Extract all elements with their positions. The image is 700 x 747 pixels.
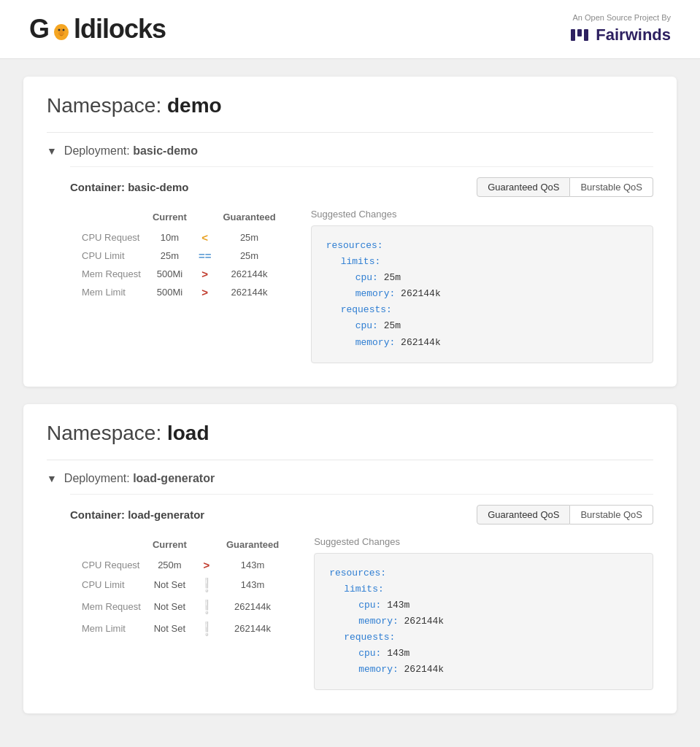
- table-row: Mem Limit Not Set ❕ 262144k: [82, 618, 291, 640]
- table-row: CPU Request 10m < 25m: [82, 228, 288, 247]
- guaranteed-qos-button-load[interactable]: Guaranteed QoS: [477, 505, 570, 525]
- guaranteed-value: 262144k: [226, 596, 291, 618]
- guaranteed-value: 262144k: [223, 265, 287, 283]
- guaranteed-value: 25m: [223, 247, 287, 265]
- svg-rect-7: [577, 29, 582, 36]
- resource-label: CPU Limit: [82, 574, 153, 596]
- namespace-card-load: Namespace: load ▼ Deployment: load-gener…: [23, 404, 677, 714]
- resources-table-load: Current Guaranteed CPU Request 250m >: [82, 536, 291, 691]
- current-value: 250m: [153, 556, 199, 574]
- logo-icon: [50, 19, 73, 42]
- resource-label: CPU Request: [82, 556, 153, 574]
- container-name-load: Container: load-generator: [70, 508, 204, 521]
- col-header-guaranteed: Guaranteed: [226, 536, 291, 556]
- table-row: CPU Limit 25m == 25m: [82, 247, 288, 265]
- svg-rect-8: [584, 29, 588, 41]
- svg-point-3: [58, 29, 61, 31]
- collapse-arrow-icon[interactable]: ▼: [47, 473, 57, 484]
- indicator-icon: <: [199, 228, 223, 247]
- indicator-icon: ==: [199, 247, 223, 265]
- indicator-icon: >: [199, 265, 223, 283]
- current-value: Not Set: [153, 596, 199, 618]
- suggested-changes-load: Suggested Changes resources: limits: cpu…: [314, 536, 653, 691]
- col-header-current: Current: [153, 536, 199, 556]
- deployment-header: ▼ Deployment: basic-demo: [47, 144, 653, 158]
- indicator-icon: ❕: [199, 596, 226, 618]
- logo-text-after: ldilocks: [74, 14, 166, 44]
- collapse-arrow-icon[interactable]: ▼: [47, 145, 57, 157]
- table-row: Mem Limit 500Mi > 262144k: [82, 283, 288, 301]
- guaranteed-value: 262144k: [226, 618, 291, 640]
- table-row: CPU Limit Not Set ❕ 143m: [82, 574, 291, 596]
- current-value: 500Mi: [153, 283, 199, 301]
- deployment-name: load-generator: [133, 472, 215, 484]
- suggested-label: Suggested Changes: [311, 209, 653, 220]
- current-value: 500Mi: [153, 265, 199, 283]
- fairwinds-brand: An Open Source Project By Fairwinds: [569, 13, 671, 45]
- resources-table-demo: Current Guaranteed CPU Request 10m <: [82, 209, 288, 363]
- fairwinds-icon: [569, 25, 590, 45]
- current-value: 10m: [153, 228, 199, 247]
- brand-name: Fairwinds: [596, 26, 671, 44]
- fairwinds-logo: Fairwinds: [569, 25, 671, 45]
- svg-point-5: [58, 32, 64, 36]
- burstable-qos-button[interactable]: Burstable QoS: [570, 177, 653, 197]
- current-value: 25m: [153, 247, 199, 265]
- qos-button-group-load: Guaranteed QoS Burstable QoS: [477, 505, 653, 525]
- guaranteed-value: 143m: [226, 574, 291, 596]
- code-box-load: resources: limits: cpu: 143m memory: 262…: [314, 553, 653, 691]
- col-header-indicator: [199, 536, 226, 556]
- deployment-header-load: ▼ Deployment: load-generator: [47, 472, 653, 485]
- resource-label: Mem Limit: [82, 283, 153, 301]
- resource-label: CPU Limit: [82, 247, 153, 265]
- indicator-icon: >: [199, 556, 226, 574]
- current-value: Not Set: [153, 574, 199, 596]
- suggested-label-load: Suggested Changes: [314, 536, 653, 547]
- indicator-icon: >: [199, 283, 223, 301]
- guaranteed-value: 143m: [226, 556, 291, 574]
- main-content: Namespace: demo ▼ Deployment: basic-demo…: [0, 59, 700, 747]
- burstable-qos-button-load[interactable]: Burstable QoS: [570, 505, 653, 525]
- qos-button-group: Guaranteed QoS Burstable QoS: [477, 177, 653, 197]
- col-header-current: Current: [153, 209, 199, 228]
- deployment-section-load-generator: ▼ Deployment: load-generator Container: …: [47, 460, 653, 691]
- brand-tagline: An Open Source Project By: [569, 13, 671, 22]
- resource-label: Mem Request: [82, 596, 153, 618]
- col-header-resource: [82, 209, 153, 228]
- container-name: Container: basic-demo: [70, 181, 189, 193]
- col-header-guaranteed: Guaranteed: [223, 209, 287, 228]
- guaranteed-qos-button[interactable]: Guaranteed QoS: [477, 177, 570, 197]
- deployment-name: basic-demo: [133, 144, 198, 157]
- resource-label: CPU Request: [82, 228, 153, 247]
- table-row: Mem Request 500Mi > 262144k: [82, 265, 288, 283]
- table-row: CPU Request 250m > 143m: [82, 556, 291, 574]
- container-section-basic-demo: Container: basic-demo Guaranteed QoS Bur…: [70, 166, 653, 363]
- deployment-label: Deployment: load-generator: [64, 472, 215, 485]
- logo: G ldilocks: [29, 14, 166, 44]
- indicator-icon: ❕: [199, 574, 226, 596]
- namespace-card-demo: Namespace: demo ▼ Deployment: basic-demo…: [23, 77, 677, 387]
- resources-area-load: Current Guaranteed CPU Request 250m >: [82, 536, 653, 691]
- page-header: G ldilocks An Open Source Project By Fai…: [0, 0, 700, 59]
- indicator-icon: ❕: [199, 618, 226, 640]
- code-box-demo: resources: limits: cpu: 25m memory: 2621…: [311, 225, 653, 363]
- resources-area-demo: Current Guaranteed CPU Request 10m <: [82, 209, 653, 363]
- namespace-title-demo: Namespace: demo: [47, 94, 653, 117]
- table-row: Mem Request Not Set ❕ 262144k: [82, 596, 291, 618]
- col-header-resource: [82, 536, 153, 556]
- svg-rect-6: [571, 29, 575, 41]
- guaranteed-value: 262144k: [223, 283, 287, 301]
- col-header-indicator: [199, 209, 223, 228]
- suggested-changes-demo: Suggested Changes resources: limits: cpu…: [311, 209, 653, 363]
- resource-label: Mem Request: [82, 265, 153, 283]
- container-section-load-generator: Container: load-generator Guaranteed QoS…: [70, 494, 653, 691]
- container-header: Container: basic-demo Guaranteed QoS Bur…: [70, 177, 653, 197]
- container-header-load: Container: load-generator Guaranteed QoS…: [70, 505, 653, 525]
- logo-text-g: G: [29, 14, 49, 44]
- namespace-title-load: Namespace: load: [47, 422, 653, 445]
- resource-label: Mem Limit: [82, 618, 153, 640]
- deployment-label: Deployment: basic-demo: [64, 144, 198, 158]
- deployment-section-basic-demo: ▼ Deployment: basic-demo Container: basi…: [47, 132, 653, 363]
- guaranteed-value: 25m: [223, 228, 287, 247]
- current-value: Not Set: [153, 618, 199, 640]
